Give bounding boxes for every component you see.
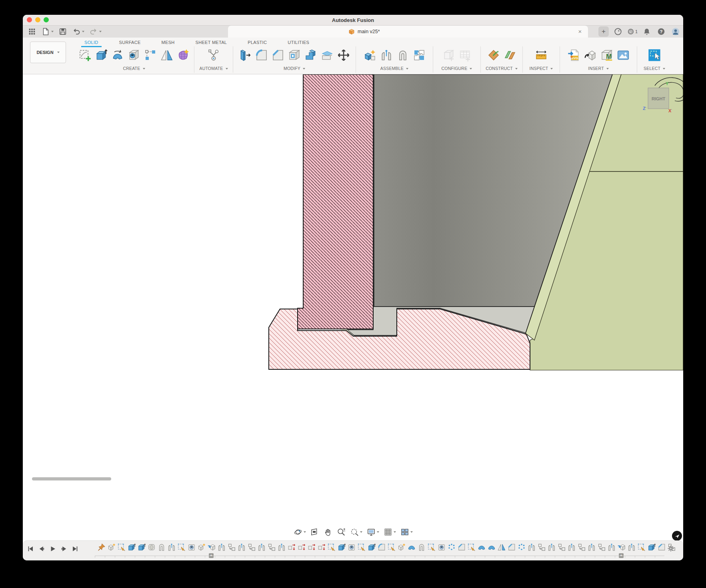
pattern-rect-button[interactable] (144, 49, 157, 63)
job-status-button[interactable]: 1 (627, 26, 638, 37)
timeline-feature-joint[interactable] (167, 543, 176, 552)
file-new-button[interactable] (40, 27, 55, 36)
tab-sheet-metal[interactable]: SHEET METAL (185, 38, 238, 47)
timeline-feature-component-copy[interactable] (247, 543, 256, 552)
canvas-button[interactable] (617, 49, 630, 63)
timeline-feature-joint[interactable] (277, 543, 286, 552)
timeline-feature-extrude[interactable] (647, 543, 656, 552)
timeline-feature-component[interactable] (197, 543, 206, 552)
timeline-feature-chamfer[interactable] (657, 543, 666, 552)
construction-plane-button[interactable] (487, 49, 500, 63)
timeline-feature-hole[interactable] (437, 543, 446, 552)
timeline-feature-mirror[interactable] (497, 543, 506, 552)
ribbon-group-label[interactable]: ASSEMBLE (380, 66, 408, 71)
timeline-feature-revolve[interactable] (477, 543, 486, 552)
timeline-feature-component[interactable] (107, 543, 116, 552)
timeline-feature-component-copy[interactable] (267, 543, 276, 552)
orbit-tool-button[interactable] (293, 527, 307, 537)
tab-plastic[interactable]: PLASTIC (237, 38, 277, 47)
timeline-feature-form[interactable] (147, 543, 156, 552)
horizontal-scrollbar[interactable] (32, 477, 111, 480)
as-built-joint-button[interactable] (396, 49, 409, 63)
assistant-button[interactable] (672, 531, 682, 541)
split-body-button[interactable] (321, 49, 334, 63)
timeline-feature-derive[interactable]: + (617, 543, 626, 552)
joint-button[interactable] (380, 49, 393, 63)
insert-svg-button[interactable] (568, 49, 580, 63)
timeline-feature-sketch[interactable] (177, 543, 186, 552)
timeline-feature-component-copy[interactable] (577, 543, 586, 552)
ribbon-group-label[interactable]: SELECT (644, 66, 665, 71)
avatar-button[interactable] (670, 26, 681, 37)
timeline-feature-sketch[interactable] (637, 543, 646, 552)
fillet-button[interactable] (255, 49, 268, 63)
undo-button[interactable] (70, 27, 86, 36)
shell-button[interactable] (288, 49, 301, 63)
ribbon-group-label[interactable]: INSPECT (530, 66, 553, 71)
tab-mesh[interactable]: MESH (151, 38, 185, 47)
select-button[interactable] (648, 49, 661, 63)
fit-tool-button[interactable] (349, 527, 363, 537)
extrude-button[interactable] (95, 49, 108, 63)
timeline-feature-pin[interactable] (97, 543, 106, 552)
timeline-feature-chamfer[interactable] (507, 543, 516, 552)
measure-button[interactable] (535, 49, 548, 63)
timeline-play-button[interactable] (48, 544, 57, 554)
timeline-feature-sketch[interactable] (327, 543, 336, 552)
timeline-feature-sketch[interactable] (427, 543, 436, 552)
tab-close-button[interactable]: × (576, 28, 584, 36)
create-sketch-button[interactable] (78, 49, 91, 63)
notifications-button[interactable] (642, 26, 652, 37)
timeline-feature-extrude[interactable] (127, 543, 136, 552)
timeline-feature-as-built-joint[interactable] (157, 543, 166, 552)
timeline-feature-sketch[interactable] (387, 543, 396, 552)
timeline-step-forward-button[interactable] (60, 544, 68, 554)
tab-solid[interactable]: SOLID (74, 38, 109, 47)
extensions-button[interactable] (613, 26, 623, 37)
timeline-settings-button[interactable] (667, 545, 674, 554)
insert-derive-button[interactable] (584, 49, 597, 63)
new-tab-button[interactable]: + (598, 26, 609, 37)
insert-mcmaster-button[interactable] (600, 49, 613, 63)
automate-button[interactable] (207, 49, 220, 63)
timeline-feature-move[interactable] (287, 543, 296, 552)
timeline-feature-pattern[interactable] (447, 543, 456, 552)
timeline-feature-joint[interactable] (607, 543, 616, 552)
configuration-button[interactable] (442, 49, 455, 63)
ribbon-group-label[interactable]: AUTOMATE (199, 66, 228, 71)
form-button[interactable] (177, 49, 190, 63)
timeline-feature-joint[interactable] (627, 543, 636, 552)
apps-grid-button[interactable] (26, 27, 38, 36)
ribbon-group-label[interactable]: MODIFY (284, 66, 305, 71)
combine-button[interactable] (304, 49, 317, 63)
timeline-feature-component-copy[interactable] (537, 543, 546, 552)
look-at-tool-button[interactable] (310, 527, 320, 537)
tab-surface[interactable]: SURFACE (109, 38, 151, 47)
timeline-step-back-button[interactable] (37, 544, 46, 554)
timeline-feature-extrude[interactable] (337, 543, 346, 552)
timeline-feature-sketch[interactable] (467, 543, 476, 552)
layout-grid-tool-button[interactable] (383, 527, 397, 537)
workspace-selector-button[interactable]: DESIGN (30, 42, 66, 63)
document-tab[interactable]: main v25* × (228, 26, 588, 38)
hole-button[interactable] (128, 49, 140, 63)
viewports-tool-button[interactable] (400, 527, 414, 537)
offset-plane-button[interactable] (504, 49, 516, 63)
timeline-feature-hole[interactable] (187, 543, 196, 552)
help-button[interactable] (656, 26, 666, 37)
zoom-tool-button[interactable] (336, 527, 346, 537)
timeline-feature-joint[interactable] (217, 543, 226, 552)
timeline-ruler[interactable] (95, 556, 664, 558)
ribbon-group-label[interactable]: CONSTRUCT (486, 66, 518, 71)
redo-button[interactable] (88, 27, 103, 36)
ribbon-group-label[interactable]: CREATE (123, 66, 145, 71)
configuration-table-button[interactable] (459, 49, 472, 63)
mirror-button[interactable] (160, 49, 173, 63)
timeline-feature-joint[interactable] (527, 543, 536, 552)
timeline-feature-component-copy[interactable] (597, 543, 606, 552)
timeline-feature-sketch[interactable] (117, 543, 126, 552)
save-button[interactable] (57, 27, 69, 36)
tab-utilities[interactable]: UTILITIES (277, 38, 320, 47)
timeline-feature-extrude[interactable] (137, 543, 146, 552)
ribbon-group-label[interactable]: INSERT (588, 66, 608, 71)
